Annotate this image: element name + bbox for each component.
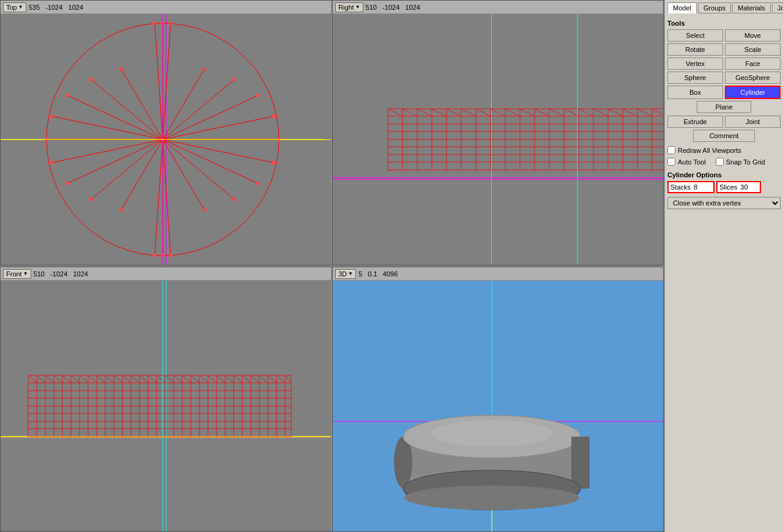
svg-line-161 xyxy=(45,375,54,383)
viewport-br-canvas xyxy=(333,281,663,531)
viewport-bl-header: Front ▼ 510 -1024 1024 xyxy=(1,267,331,281)
svg-line-171 xyxy=(131,375,139,383)
tool-scale[interactable]: Scale xyxy=(725,43,781,56)
viewport-tr-view-label: Right xyxy=(338,4,354,11)
svg-line-104 xyxy=(623,109,637,116)
stacks-input[interactable] xyxy=(693,183,713,191)
tool-select[interactable]: Select xyxy=(667,29,723,42)
svg-line-169 xyxy=(114,375,122,383)
viewport-bottom-left[interactable]: Front ▼ 510 -1024 1024 xyxy=(0,267,332,532)
svg-line-178 xyxy=(191,375,199,383)
svg-line-89 xyxy=(403,109,417,116)
tool-box[interactable]: Box xyxy=(667,86,723,99)
svg-line-98 xyxy=(535,109,549,116)
svg-line-176 xyxy=(174,375,182,383)
viewport-top-left[interactable]: Top ▼ 535 -1024 1024 xyxy=(0,0,332,265)
svg-line-181 xyxy=(217,375,225,383)
svg-line-92 xyxy=(447,109,461,116)
svg-point-28 xyxy=(256,94,260,97)
tool-cylinder[interactable]: Cylinder xyxy=(725,86,781,99)
stacks-label: Stacks xyxy=(669,183,692,191)
svg-line-177 xyxy=(182,375,191,383)
tools-section-label: Tools xyxy=(667,20,781,27)
tab-joints[interactable]: Joints xyxy=(772,2,783,13)
svg-point-31 xyxy=(169,21,173,25)
svg-line-105 xyxy=(637,109,652,116)
svg-point-39 xyxy=(50,161,54,164)
checkbox-autotool-label: Auto Tool xyxy=(678,158,706,166)
svg-point-40 xyxy=(65,182,69,185)
svg-point-45 xyxy=(169,254,173,257)
tool-joint[interactable]: Joint xyxy=(725,116,781,128)
svg-point-48 xyxy=(256,182,260,185)
tool-sphere[interactable]: Sphere xyxy=(667,72,723,84)
slices-input[interactable] xyxy=(740,183,759,191)
tool-vertex[interactable]: Vertex xyxy=(667,57,723,70)
right-panel: Model Groups Materials Joints Tools Sele… xyxy=(664,0,783,532)
tab-groups[interactable]: Groups xyxy=(698,2,731,13)
svg-line-88 xyxy=(388,109,403,116)
tool-comment[interactable]: Comment xyxy=(693,130,755,142)
viewport-bl-view-label: Front xyxy=(6,270,22,278)
tab-model[interactable]: Model xyxy=(667,2,697,13)
checkbox-autotool[interactable] xyxy=(667,158,675,166)
stacks-slices-row: Stacks Slices xyxy=(667,181,781,193)
viewport-tl-view-select[interactable]: Top ▼ xyxy=(3,2,26,12)
svg-line-100 xyxy=(564,109,579,116)
br-svg-canvas xyxy=(333,281,663,531)
svg-line-22 xyxy=(163,139,234,199)
svg-line-8 xyxy=(155,23,163,139)
svg-line-99 xyxy=(549,109,564,116)
svg-point-201 xyxy=(431,420,553,447)
tab-materials[interactable]: Materials xyxy=(732,2,771,13)
viewport-tr-view-select[interactable]: Right ▼ xyxy=(335,2,363,12)
svg-line-94 xyxy=(476,109,491,116)
tr-svg-canvas xyxy=(333,14,663,265)
svg-line-12 xyxy=(52,116,163,139)
svg-line-9 xyxy=(121,69,163,139)
checkbox-redraw[interactable] xyxy=(667,146,675,154)
tool-plane[interactable]: Plane xyxy=(697,101,751,113)
svg-line-11 xyxy=(67,95,163,139)
svg-line-15 xyxy=(67,139,163,183)
viewport-bl-canvas xyxy=(1,281,331,531)
svg-rect-202 xyxy=(571,437,590,489)
svg-point-34 xyxy=(119,67,123,71)
svg-point-41 xyxy=(89,198,93,201)
svg-line-17 xyxy=(121,139,163,210)
tools-grid-2: Extrude Joint Comment xyxy=(667,116,781,142)
svg-line-160 xyxy=(37,375,45,383)
viewport-top-right[interactable]: Right ▼ 510 -1024 1024 xyxy=(332,0,664,265)
tool-geosphere[interactable]: GeoSphere xyxy=(725,72,781,84)
svg-line-163 xyxy=(62,375,71,383)
viewport-br-dropdown-arrow: ▼ xyxy=(348,271,353,276)
svg-line-106 xyxy=(652,109,663,116)
svg-line-182 xyxy=(225,375,234,383)
viewport-br-view-select[interactable]: 3D ▼ xyxy=(335,269,356,279)
checkbox-bottom-row: Auto Tool Snap To Grid xyxy=(667,156,781,168)
viewport-br-coords: 5 0.1 4096 xyxy=(358,270,398,278)
viewport-br-header: 3D ▼ 5 0.1 4096 xyxy=(333,267,663,281)
viewport-bl-coords: 510 -1024 1024 xyxy=(34,270,88,278)
svg-line-6 xyxy=(163,23,171,139)
svg-line-166 xyxy=(88,375,97,383)
cylinder-options-title: Cylinder Options xyxy=(667,171,781,179)
svg-line-172 xyxy=(139,375,148,383)
checkbox-snaptogrid[interactable] xyxy=(716,158,724,166)
viewport-bottom-right[interactable]: 3D ▼ 5 0.1 4096 xyxy=(332,267,664,532)
viewport-tr-header: Right ▼ 510 -1024 1024 xyxy=(333,1,663,14)
svg-point-42 xyxy=(119,208,123,212)
tool-rotate[interactable]: Rotate xyxy=(667,43,723,56)
svg-point-47 xyxy=(232,198,236,201)
close-vertex-dropdown[interactable]: Close with extra vertex Close with cente… xyxy=(667,197,781,209)
svg-point-46 xyxy=(202,208,206,212)
svg-line-103 xyxy=(608,109,623,116)
svg-line-23 xyxy=(163,139,258,183)
svg-line-180 xyxy=(208,375,217,383)
tool-move[interactable]: Move xyxy=(725,29,781,42)
viewport-tl-dropdown-arrow: ▼ xyxy=(18,4,23,10)
viewport-bl-view-select[interactable]: Front ▼ xyxy=(3,269,31,279)
tool-extrude[interactable]: Extrude xyxy=(667,116,723,128)
svg-line-24 xyxy=(163,139,273,163)
tool-face[interactable]: Face xyxy=(725,57,781,70)
